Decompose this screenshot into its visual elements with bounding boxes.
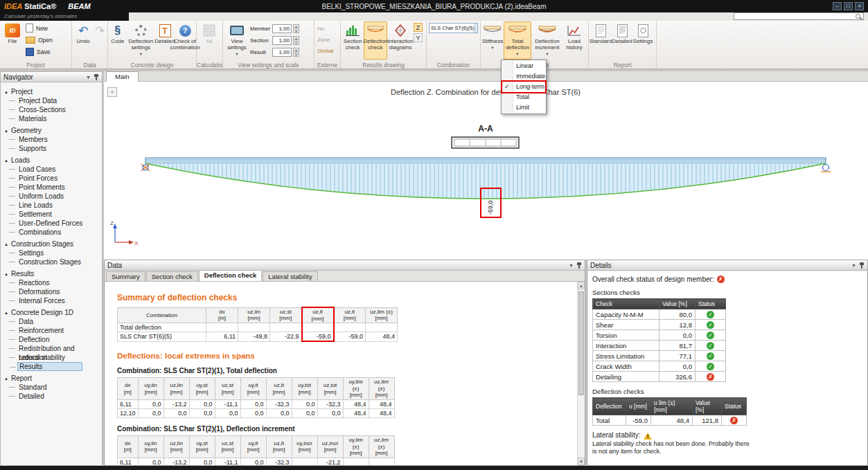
- menu-item-linear[interactable]: Linear: [502, 61, 545, 71]
- navigator-section-loads[interactable]: ▲Loads: [1, 156, 102, 165]
- scroll-up-icon[interactable]: ▲: [578, 282, 585, 289]
- navigator-section-construction-stages[interactable]: ▲Construction Stages: [1, 239, 102, 248]
- search-box[interactable]: [734, 12, 864, 20]
- y-direction-button[interactable]: Y: [414, 33, 423, 42]
- sidebar-item-deformations[interactable]: Deformations: [17, 287, 102, 296]
- undo-button[interactable]: ↶ Undo: [73, 21, 94, 60]
- scrollbar-thumb[interactable]: [578, 291, 584, 395]
- sidebar-item-point-moments[interactable]: Point Moments: [17, 183, 102, 192]
- data-panel-scrollbar[interactable]: ▲ ▼: [577, 282, 585, 465]
- pin-icon[interactable]: [859, 262, 865, 269]
- sidebar-item-materials[interactable]: Materials: [17, 114, 102, 123]
- logo-product: BEAM: [68, 2, 90, 10]
- tab-section-check[interactable]: Section check: [146, 271, 198, 281]
- sidebar-item-lateral-stability[interactable]: Lateral stability: [17, 353, 102, 362]
- sidebar-item-results[interactable]: Results: [17, 362, 82, 371]
- menu-item-total[interactable]: Total: [502, 92, 545, 102]
- result-scale-input[interactable]: 1,00: [272, 48, 292, 57]
- tab-main[interactable]: Main: [106, 71, 139, 82]
- sidebar-item-members[interactable]: Members: [17, 135, 102, 144]
- drawing-canvas[interactable]: + Deflection Z. Combination for deflecti…: [104, 82, 868, 260]
- sidebar-item-supports[interactable]: Supports: [17, 144, 102, 153]
- sidebar-item-internal-forces[interactable]: Internal Forces: [17, 296, 102, 305]
- sidebar-item-user-defined-forces[interactable]: User-Defined Forces: [17, 219, 102, 228]
- sidebar-item-project-data[interactable]: Project Data: [17, 96, 102, 105]
- tab-lateral-stability[interactable]: Lateral stability: [263, 271, 317, 281]
- combination-select[interactable]: SLS Char ST(6)(5) ▼: [429, 23, 478, 33]
- navigator-section-concrete-design-1d[interactable]: ▲Concrete Design 1D: [1, 308, 102, 317]
- tab-deflection-check[interactable]: Deflection check: [199, 270, 263, 281]
- interaction-diagrams-button[interactable]: Interaction diagrams: [387, 21, 414, 60]
- pin-icon[interactable]: [576, 262, 582, 269]
- close-button[interactable]: ×: [855, 2, 864, 10]
- sidebar-item-uniform-loads[interactable]: Uniform Loads: [17, 192, 102, 201]
- open-button[interactable]: Open: [24, 34, 67, 46]
- menu-item-limit[interactable]: Limit: [502, 102, 545, 113]
- sidebar-item-reinforcement[interactable]: Reinforcement: [17, 326, 102, 335]
- report-settings-button[interactable]: Settings: [632, 21, 653, 60]
- sidebar-item-standard[interactable]: Standard: [17, 383, 102, 392]
- load-history-button[interactable]: Load history: [563, 21, 585, 60]
- pin-icon[interactable]: [94, 73, 99, 80]
- sidebar-item-construction-stages[interactable]: Construction Stages: [17, 257, 102, 266]
- deflection-settings-button[interactable]: Deflection settings ▾: [127, 21, 155, 60]
- sidebar-item-point-forces[interactable]: Point Forces: [17, 174, 102, 183]
- sidebar-item-data[interactable]: Data: [17, 317, 102, 326]
- stiffness-button[interactable]: Stiffness ▾: [481, 21, 504, 60]
- navigator-section-project[interactable]: ▲Project: [1, 87, 102, 96]
- calculate-all-button[interactable]: All: [197, 21, 221, 60]
- file-button[interactable]: ID File: [1, 21, 24, 60]
- code-button[interactable]: § Code: [109, 21, 127, 60]
- fit-to-view-button[interactable]: +: [107, 87, 117, 97]
- minimize-button[interactable]: –: [833, 2, 842, 10]
- deflection-increment-button[interactable]: Deflection increment ▾: [531, 21, 563, 60]
- externe-no-button[interactable]: No: [315, 23, 335, 34]
- navigator-section-report[interactable]: ▲Report: [1, 374, 102, 383]
- sidebar-item-line-loads[interactable]: Line Loads: [17, 201, 102, 210]
- panel-menu-icon[interactable]: ▼: [86, 75, 91, 80]
- sidebar-item-load-cases[interactable]: Load Cases: [17, 165, 102, 174]
- deflection-check-button[interactable]: Deflection check: [364, 21, 387, 60]
- sidebar-item-cross-sections[interactable]: Cross-Sections: [17, 105, 102, 114]
- sidebar-item-redistribution-and-reduction[interactable]: Redistribution and reduction: [17, 344, 102, 353]
- result-scale-stepper[interactable]: ▲▼: [293, 48, 299, 57]
- sidebar-item-deflection[interactable]: Deflection: [17, 335, 102, 344]
- report-standard-button[interactable]: Standard: [590, 21, 612, 60]
- status-ok-icon: ✓: [707, 311, 714, 318]
- navigator-header: Navigator ▼: [1, 72, 102, 82]
- maximize-button[interactable]: □: [844, 2, 853, 10]
- lateral-stability-label: Lateral stability:: [592, 431, 640, 439]
- menu-item-long-term[interactable]: ✓Long-term: [502, 82, 545, 92]
- navigator-section-results[interactable]: ▲Results: [1, 269, 102, 278]
- navigator-section-geometry[interactable]: ▲Geometry: [1, 126, 102, 135]
- view-settings-button[interactable]: View settings ▾: [224, 21, 250, 60]
- check-of-combination-button[interactable]: ? Check of combination: [175, 21, 195, 60]
- result-scale-label: Result: [250, 49, 271, 55]
- panel-menu-icon[interactable]: ▼: [851, 263, 856, 268]
- section-scale-stepper[interactable]: ▲▼: [293, 36, 299, 45]
- section-check-button[interactable]: Section check: [342, 21, 364, 60]
- z-direction-button[interactable]: Z: [414, 23, 423, 32]
- externe-global-button[interactable]: Global: [315, 45, 335, 56]
- section-scale-input[interactable]: 1,00: [272, 36, 292, 45]
- deflection-increment-beam-icon: [538, 25, 556, 36]
- sidebar-item-detailed[interactable]: Detailed: [17, 392, 102, 401]
- sidebar-item-settlement[interactable]: Settlement: [17, 210, 102, 219]
- scroll-down-icon[interactable]: ▼: [578, 458, 585, 465]
- report-detailed-button[interactable]: Detailed: [612, 21, 632, 60]
- panel-menu-icon[interactable]: ▼: [569, 263, 574, 268]
- new-button[interactable]: New: [24, 22, 67, 34]
- member-scale-input[interactable]: 1,00: [272, 24, 292, 33]
- sidebar-item-settings[interactable]: Settings: [17, 248, 102, 257]
- save-button[interactable]: Save: [24, 46, 67, 57]
- idea-logo-icon: ID: [5, 24, 20, 37]
- redo-button[interactable]: ↷: [94, 21, 106, 60]
- sidebar-item-combinations[interactable]: Combinations: [17, 228, 102, 237]
- menu-item-immediate[interactable]: Immediate: [502, 71, 545, 82]
- externe-zone-button[interactable]: Zone: [315, 34, 335, 45]
- member-scale-stepper[interactable]: ▲▼: [293, 24, 299, 33]
- deflection-checks-label: Deflection checks: [592, 388, 862, 395]
- tab-summary[interactable]: Summary: [106, 271, 145, 281]
- sidebar-item-reactions[interactable]: Reactions: [17, 278, 102, 287]
- total-deflection-button[interactable]: Total deflection ▾: [504, 21, 531, 60]
